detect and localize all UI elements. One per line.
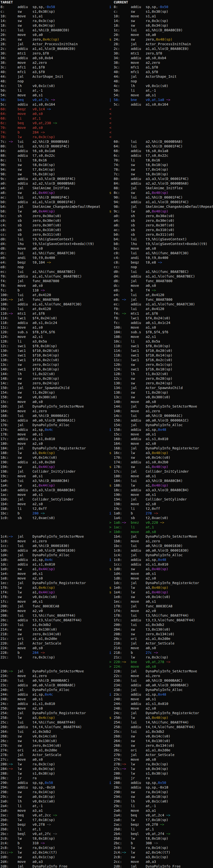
diff-gutter-marker (109, 172, 113, 177)
asm-operands: a2,%hi(D_0600B9A8) (32, 140, 70, 144)
current-asm-line: 1a4:sbt2,0xae(s0) (113, 516, 213, 520)
target-asm-line: 10c:luiat,0x4120 (0, 307, 109, 311)
asm-operands: a0,s0 (32, 126, 43, 130)
diff-gutter-marker (109, 214, 113, 218)
target-asm-line: 228:b284 ~> (0, 650, 109, 655)
asm-address: 294: (0, 785, 9, 790)
diff-gutter-marker: < (109, 116, 113, 121)
asm-row: 190:addiua1,s0,0x2b0174:addiua1,s0,0x2b0 (0, 460, 213, 465)
asm-operands: a2,v0 (146, 609, 156, 613)
asm-mnemonic: jal (17, 186, 32, 190)
asm-mnemonic: jal (131, 42, 146, 46)
asm-address: 130: (0, 348, 9, 353)
asm-address: 84: (114, 181, 122, 186)
asm-operands: sp,sp,0x58 (32, 781, 53, 785)
asm-mnemonic: move (131, 474, 146, 478)
target-asm-line: 2c:addiua1,a1,%lo(D_80A88CE0) (0, 46, 109, 51)
asm-operands: s1,0x38(sp) (32, 9, 55, 13)
asm-address: 14: (114, 19, 122, 23)
asm-operands: at,-1 (146, 89, 156, 92)
asm-operands: v0,220 ~> (146, 521, 164, 524)
target-asm-line: 1f4:lwa1,0x44(sp) (0, 590, 109, 595)
diff-gutter-marker (109, 404, 113, 409)
current-asm-line: 16c:lwa3,0x48(sp) (113, 451, 213, 455)
asm-address: 244: (114, 702, 122, 706)
asm-operands: ra,0x3c(sp) (32, 655, 55, 659)
asm-mnemonic: andi (131, 255, 146, 260)
target-asm-line: 258:lwa3,0x4c(sp) (0, 715, 109, 720)
asm-row: >220:~>bnev0,at,278 ~> (0, 660, 213, 664)
target-asm-line: c4:sbzero,0x30f(s0) (0, 223, 109, 228)
asm-operands: at,$f6 (32, 311, 45, 315)
target-asm-line: 2c8:lwra,0x14(sp) (0, 845, 109, 850)
asm-mnemonic: move (17, 325, 32, 330)
asm-address: 240: (0, 687, 9, 692)
diff-gutter-marker: > (109, 664, 113, 669)
diff-gutter-marker (109, 609, 113, 613)
asm-operands: a0,%hi(D_06001830) (32, 544, 70, 548)
current-asm-line: 104:sub.s$f8,$f4,$f6 (113, 330, 213, 335)
asm-operands: zero,0x30e(s0) (146, 219, 174, 222)
diff-gutter-marker (109, 237, 113, 242)
asm-row: 8:addiusp,sp,-0x58i8:addiusp,sp,-0x50 (0, 5, 213, 9)
asm-address: bc: (0, 214, 9, 218)
asm-address: 19c: (0, 474, 9, 478)
current-asm-line: a4:sbzero,0x30e(s0) (113, 218, 213, 223)
asm-operands: zero,0x134(s0) (32, 632, 61, 636)
asm-row: 58:beqv0,at,7c ~>|58:bnev0,at,1a8 ~> (0, 98, 213, 102)
asm-operands: zero,0x4c(sp) (32, 37, 59, 41)
branch-arrow-icon: ~> (122, 311, 131, 316)
asm-address: 28: (114, 42, 122, 46)
asm-address: 44: (114, 74, 122, 79)
asm-operands: t7,0x18(sp) (146, 818, 168, 822)
diff-gutter-marker (109, 743, 113, 748)
diff-gutter-marker (109, 799, 113, 804)
asm-mnemonic: lwc1 (131, 316, 146, 320)
asm-mnemonic: move (17, 93, 32, 98)
asm-mnemonic: jal (131, 469, 146, 474)
asm-row: 288:lws1,0x38(sp)280:lws1,0x38(sp) (0, 771, 213, 776)
asm-address: 1c: (0, 28, 9, 33)
asm-operands: zero,0x1c(sp) (146, 363, 173, 367)
asm-mnemonic: move (17, 674, 32, 678)
asm-mnemonic: nop (131, 265, 146, 270)
asm-address: 1a0: (0, 478, 9, 483)
asm-mnemonic: move (17, 492, 32, 497)
asm-mnemonic: lw (131, 818, 146, 822)
asm-address: 48: (0, 79, 9, 84)
asm-address: 148: (114, 409, 122, 413)
asm-row: 24c:addiua1,s1,0x810244:addiua1,s1,0x810 (0, 702, 213, 706)
asm-address: e0: (0, 255, 9, 260)
asm-address: 26c: (114, 748, 122, 753)
target-asm-line: 2a4:liat,-1 (0, 804, 109, 808)
asm-mnemonic: addiu (17, 274, 32, 279)
asm-operands: a1,s1,0x810 (32, 437, 55, 441)
target-asm-line: 248:movea0,s1 (0, 697, 109, 702)
current-asm-line: 214:movea0,s0 (113, 646, 213, 650)
current-asm-line: 50:liat,-1 (113, 88, 213, 93)
asm-row: 298:swra,0x14(sp)290:swra,0x14(sp) (0, 790, 213, 795)
asm-mnemonic: sw (17, 855, 32, 860)
asm-mnemonic: sw (131, 9, 146, 14)
target-asm-line: 5c:addiua1,s0,0x164 (0, 102, 109, 107)
asm-row: 48:nop48:nop (0, 79, 213, 84)
asm-address: 1bc: (0, 511, 9, 516)
current-asm-line: 28:jalActor_ProcessInitChain (113, 42, 213, 46)
asm-address: a8: (114, 223, 122, 228)
asm-operands: ra,0x14(sp) (146, 790, 168, 794)
diff-gutter-marker: < (109, 121, 113, 125)
asm-row: 2a4:liat,-129c:liat,-1 (0, 804, 213, 808)
asm-address: ac: (114, 228, 122, 232)
asm-address: c4: (0, 223, 9, 228)
asm-operands: a2,a2,%lo(D_0600B9A8) (32, 181, 76, 185)
asm-address: 2bc: (114, 841, 122, 845)
asm-row: 18c:swv0,0x14c(s0)170:swv0,0x14c(s0) (0, 455, 213, 460)
asm-row: 1b0:jalCollider_SetCylinder194:jalCollid… (0, 497, 213, 502)
asm-address: fc: (114, 320, 122, 325)
asm-address: f0: (114, 307, 122, 311)
asm-operands: s1,0x38(sp) (146, 9, 168, 13)
asm-address: 1cc: (114, 562, 122, 567)
asm-row: 254:jalDynaPolyInfo_RegisterActor24c:jal… (0, 711, 213, 715)
asm-row: 20:moves0,a020:moves0,a0 (0, 33, 213, 37)
asm-address: 20c: (114, 637, 122, 641)
